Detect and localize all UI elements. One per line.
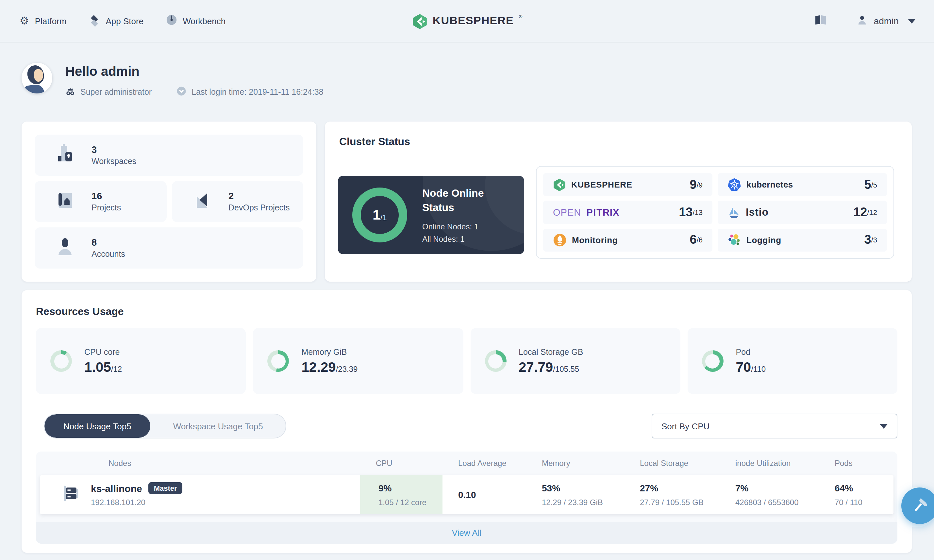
col-header-cpu: CPU	[360, 459, 443, 468]
stat-tile-projects[interactable]: 16 Projects	[35, 181, 166, 222]
component-kubernetes-total: /5	[871, 181, 877, 189]
col-header-nodes: Nodes	[40, 459, 360, 468]
node-online-title: Node Online Status	[422, 186, 504, 215]
top-nav: ⚙ Platform App Store Workbench KUBES	[0, 0, 934, 42]
last-login-label: Last login time: 2019-11-11 16:24:38	[191, 88, 323, 97]
node-online-count: 1	[372, 207, 380, 223]
component-logging-label: Logging	[746, 235, 782, 245]
node-online-status-tile: 1 /1 Node Online Status Online Nodes: 1 …	[338, 176, 524, 254]
gauge-storage-label: Local Storage GB	[519, 348, 583, 357]
cell-memory: 53% 12.29 / 23.39 GiB	[526, 483, 624, 507]
cell-load-average: 0.10	[443, 489, 526, 500]
component-kubesphere-total: /9	[697, 181, 703, 189]
devops-projects-icon	[192, 189, 214, 214]
gauge-storage-used: 27.79	[519, 359, 553, 374]
openpitrix-logo: OPENP!TRIX	[553, 207, 619, 218]
resource-gauges: CPU core 1.05/12 Memory GiB 12.29/23.39 …	[36, 328, 897, 394]
logging-elastic-icon	[728, 233, 741, 247]
openpitrix-label-bold: P!TRIX	[586, 207, 619, 218]
pods-detail: 70 / 110	[835, 498, 894, 507]
kubesphere-console: ⚙ Platform App Store Workbench KUBES	[0, 0, 934, 560]
gauge-memory-used: 12.29	[302, 359, 336, 374]
user-menu[interactable]: admin	[857, 15, 916, 27]
table-footer: View All	[36, 522, 897, 544]
cell-pods: 64% 70 / 110	[819, 483, 894, 507]
view-all-link[interactable]: View All	[452, 528, 482, 538]
kubesphere-mark-icon	[412, 13, 428, 29]
sort-by-value: Sort By CPU	[662, 421, 709, 431]
inode-percent: 7%	[735, 483, 819, 493]
component-openpitrix: OPENP!TRIX 13 /13	[543, 201, 712, 224]
col-header-storage: Local Storage	[624, 459, 720, 468]
table-row[interactable]: ks-allinone Master 192.168.101.20 9% 1.0…	[40, 475, 894, 514]
workspaces-count: 3	[91, 145, 136, 155]
node-ip: 192.168.101.20	[91, 498, 182, 507]
app-store-icon	[89, 15, 100, 26]
gauge-cpu-label: CPU core	[84, 348, 122, 357]
component-istio-total: /12	[867, 208, 877, 216]
server-node-icon	[60, 483, 80, 506]
col-header-pods: Pods	[819, 459, 894, 468]
usage-controls: Node Usage Top5 Workspace Usage Top5 Sor…	[36, 414, 897, 438]
nav-app-store[interactable]: App Store	[89, 15, 144, 26]
role-item: Super administrator	[65, 86, 152, 98]
devops-count: 2	[228, 191, 290, 201]
component-istio: Istio 12 /12	[718, 201, 887, 224]
role-label: Super administrator	[80, 88, 152, 97]
avatar	[22, 63, 52, 94]
last-login-item: Last login time: 2019-11-11 16:24:38	[177, 86, 323, 98]
nav-app-store-label: App Store	[106, 16, 144, 26]
pods-percent: 64%	[835, 483, 894, 493]
stat-tile-accounts[interactable]: 8 Accounts	[35, 228, 303, 269]
projects-icon	[55, 189, 77, 214]
devops-label: DevOps Projects	[228, 203, 290, 212]
workbench-icon	[166, 14, 177, 28]
accounts-icon	[55, 235, 77, 260]
overview-stats-card: 3 Workspaces 16 Projects 2	[22, 122, 316, 282]
node-name[interactable]: ks-allinone	[91, 483, 142, 494]
cpu-percent: 9%	[379, 483, 443, 493]
component-monitoring-label: Monitoring	[572, 235, 618, 245]
gauge-storage-total: /105.55	[553, 365, 579, 374]
gauge-pod-label: Pod	[736, 348, 766, 357]
nav-platform[interactable]: ⚙ Platform	[20, 16, 67, 26]
cell-cpu: 9% 1.05 / 12 core	[360, 475, 443, 514]
component-openpitrix-total: /13	[692, 208, 703, 216]
component-openpitrix-count: 13	[679, 205, 692, 220]
gauge-storage: Local Storage GB 27.79/105.55	[470, 328, 680, 394]
component-kubesphere-count: 9	[689, 177, 696, 192]
usage-tabs: Node Usage Top5 Workspace Usage Top5	[44, 414, 286, 438]
storage-donut-chart	[485, 350, 506, 372]
gauge-memory: Memory GiB 12.29/23.39	[253, 328, 463, 394]
memory-detail: 12.29 / 23.39 GiB	[542, 498, 624, 507]
nav-workbench[interactable]: Workbench	[166, 14, 226, 28]
component-logging-count: 3	[864, 233, 871, 247]
storage-percent: 27%	[640, 483, 720, 493]
kubesphere-logo[interactable]: KUBESPHERE ®	[412, 13, 523, 29]
gauge-pod-used: 70	[736, 359, 751, 374]
memory-percent: 53%	[542, 483, 624, 493]
docs-book-icon[interactable]	[814, 15, 827, 27]
col-header-load: Load Average	[443, 459, 526, 468]
gear-icon: ⚙	[20, 16, 29, 26]
all-nodes-line: All Nodes: 1	[422, 234, 504, 243]
toolbox-fab-button[interactable]	[901, 488, 934, 524]
cluster-status-card: Cluster Status 1 /1 Node Online Status O…	[325, 122, 912, 282]
gauge-pod-total: /110	[751, 365, 766, 374]
tab-workspace-usage-top5[interactable]: Workspace Usage Top5	[150, 414, 286, 438]
tab-node-usage-top5[interactable]: Node Usage Top5	[45, 414, 150, 438]
col-header-inode: inode Utilization	[720, 459, 819, 468]
gauge-cpu-total: /12	[111, 365, 122, 374]
prometheus-icon	[553, 233, 567, 247]
load-average-value: 0.10	[458, 489, 476, 500]
stat-tile-workspaces[interactable]: 3 Workspaces	[35, 135, 303, 176]
cpu-donut-chart	[50, 350, 72, 372]
select-caret-icon	[880, 424, 888, 428]
component-istio-label: Istio	[746, 206, 769, 218]
stat-tile-devops[interactable]: 2 DevOps Projects	[172, 181, 303, 222]
brand-text: KUBESPHERE	[433, 13, 514, 28]
sort-by-select[interactable]: Sort By CPU	[652, 414, 897, 438]
node-online-total: /1	[380, 213, 387, 222]
component-monitoring-count: 6	[689, 233, 696, 247]
online-nodes-line: Online Nodes: 1	[422, 222, 504, 231]
